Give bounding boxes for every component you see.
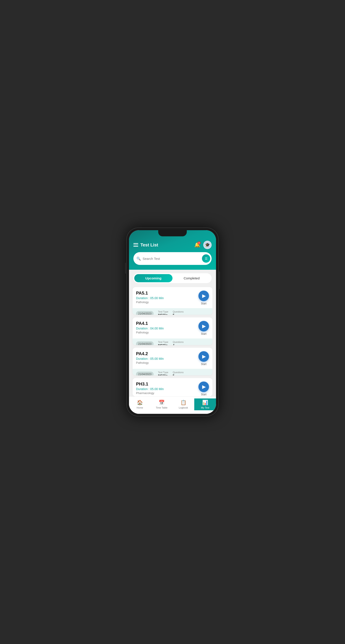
phone-frame: Test List 🔔 0 🎓 🔍 ☰ (126, 228, 219, 416)
card-top: PA4.1 Duration : 04.00 Min Pathology ▶ S… (133, 318, 212, 338)
logbook-nav-icon: 📋 (180, 400, 186, 406)
nav-item-timetable[interactable]: 📅 Time Table (151, 398, 173, 410)
test-card-t1: PA5.1 Duration : 05.00 Min Pathology ▶ S… (133, 287, 212, 315)
notification-button[interactable]: 🔔 0 (193, 241, 201, 249)
start-label: Start (201, 363, 206, 366)
date-badge: 21/04/2023 (136, 341, 154, 345)
notification-badge: 0 (198, 242, 201, 244)
questions-value: 5 (173, 313, 184, 315)
card-info: PA5.1 Duration : 05.00 Min Pathology (136, 290, 164, 304)
start-label: Start (201, 302, 206, 305)
test-type-group: Test Type MCQ's (158, 310, 168, 315)
start-label: Start (201, 332, 206, 336)
avatar[interactable]: 🎓 (203, 241, 212, 249)
test-type-value: MCQ's (158, 344, 168, 345)
home-nav-label: Home (137, 406, 143, 409)
test-type-label: Test Type (158, 341, 168, 343)
tab-upcoming[interactable]: Upcoming (134, 274, 173, 282)
start-arrow-icon: ▶ (202, 354, 205, 359)
card-bottom: 21/04/2023 Test Type MCQ's Questions 4 (133, 338, 212, 345)
card-info: PA4.1 Duration : 04.00 Min Pathology (136, 321, 164, 334)
menu-icon[interactable] (133, 243, 138, 247)
mytest-nav-label: My Test (201, 406, 209, 409)
date-badge: 21/04/2023 (136, 311, 154, 315)
questions-value: 4 (173, 344, 184, 345)
timetable-nav-icon: 📅 (159, 400, 165, 406)
search-icon: 🔍 (136, 256, 141, 261)
filter-button[interactable]: ☰ (202, 254, 210, 263)
card-title: PA5.1 (136, 290, 164, 296)
start-button-t1[interactable]: ▶ Start (198, 290, 209, 305)
avatar-image: 🎓 (205, 242, 210, 247)
tabs: Upcoming Completed (133, 273, 212, 283)
card-subject: Pharmacology (136, 392, 164, 395)
start-circle: ▶ (198, 351, 209, 362)
test-list: PA5.1 Duration : 05.00 Min Pathology ▶ S… (129, 285, 216, 396)
start-button-t3[interactable]: ▶ Start (198, 351, 209, 366)
nav-item-logbook[interactable]: 📋 Logbook (173, 398, 194, 410)
test-type-label: Test Type (158, 310, 168, 313)
test-card-t2: PA4.1 Duration : 04.00 Min Pathology ▶ S… (133, 318, 212, 345)
test-type-value: MCQ's (158, 374, 168, 375)
card-bottom: 21/04/2023 Test Type MCQ's Questions 5 (133, 308, 212, 315)
home-nav-icon: 🏠 (137, 400, 143, 406)
card-info: PH3.1 Duration : 05.00 Min Pharmacology (136, 382, 164, 395)
notch (158, 230, 187, 236)
card-duration: Duration : 04.00 Min (136, 326, 164, 330)
bottom-navigation: 🏠 Home 📅 Time Table 📋 Logbook 📊 My Test (129, 396, 216, 414)
start-circle: ▶ (198, 321, 209, 332)
start-button-t4[interactable]: ▶ Start (198, 382, 209, 396)
logbook-nav-label: Logbook (179, 406, 188, 409)
card-subject: Pathology (136, 331, 164, 334)
card-duration: Duration : 05.00 Min (136, 296, 164, 300)
page-title: Test List (140, 242, 158, 248)
card-top: PA4.2 Duration : 05.00 Min Pathology ▶ S… (133, 348, 212, 369)
start-circle: ▶ (198, 382, 209, 392)
tabs-container: Upcoming Completed (129, 270, 216, 285)
test-type-label: Test Type (158, 371, 168, 374)
card-info: PA4.2 Duration : 05.00 Min Pathology (136, 351, 164, 364)
start-circle: ▶ (198, 290, 209, 301)
questions-value: 5 (173, 374, 184, 375)
start-arrow-icon: ▶ (202, 293, 205, 298)
test-type-group: Test Type MCQ's (158, 371, 168, 375)
filter-icon: ☰ (205, 257, 208, 260)
tab-completed[interactable]: Completed (173, 274, 211, 282)
timetable-nav-label: Time Table (156, 406, 167, 409)
card-top: PA5.1 Duration : 05.00 Min Pathology ▶ S… (133, 287, 212, 308)
card-title: PA4.1 (136, 321, 164, 326)
search-bar[interactable]: 🔍 ☰ (133, 252, 212, 265)
search-input[interactable] (143, 257, 200, 260)
test-type-value: MCQ's (158, 313, 168, 315)
card-top: PH3.1 Duration : 05.00 Min Pharmacology … (133, 378, 212, 396)
questions-label: Questions (173, 310, 184, 313)
test-type-group: Test Type MCQ's (158, 341, 168, 345)
card-subject: Pathology (136, 361, 164, 364)
card-title: PA4.2 (136, 351, 164, 356)
card-title: PH3.1 (136, 382, 164, 386)
start-arrow-icon: ▶ (202, 384, 205, 390)
test-card-t3: PA4.2 Duration : 05.00 Min Pathology ▶ S… (133, 348, 212, 375)
start-button-t2[interactable]: ▶ Start (198, 321, 209, 336)
date-badge: 21/04/2023 (136, 372, 154, 376)
card-duration: Duration : 05.00 Min (136, 357, 164, 360)
test-card-t4: PH3.1 Duration : 05.00 Min Pharmacology … (133, 378, 212, 396)
start-arrow-icon: ▶ (202, 324, 205, 329)
questions-group: Questions 5 (173, 371, 184, 375)
start-label: Start (201, 393, 206, 396)
card-bottom: 21/04/2023 Test Type MCQ's Questions 5 (133, 369, 212, 375)
mytest-nav-icon: 📊 (202, 400, 208, 406)
card-subject: Pathology (136, 300, 164, 304)
questions-label: Questions (173, 341, 184, 343)
phone-screen: Test List 🔔 0 🎓 🔍 ☰ (129, 230, 216, 414)
nav-item-home[interactable]: 🏠 Home (129, 398, 151, 410)
card-duration: Duration : 05.00 Min (136, 387, 164, 391)
nav-item-mytest[interactable]: 📊 My Test (194, 398, 216, 410)
questions-group: Questions 5 (173, 310, 184, 315)
questions-group: Questions 4 (173, 341, 184, 345)
questions-label: Questions (173, 371, 184, 374)
